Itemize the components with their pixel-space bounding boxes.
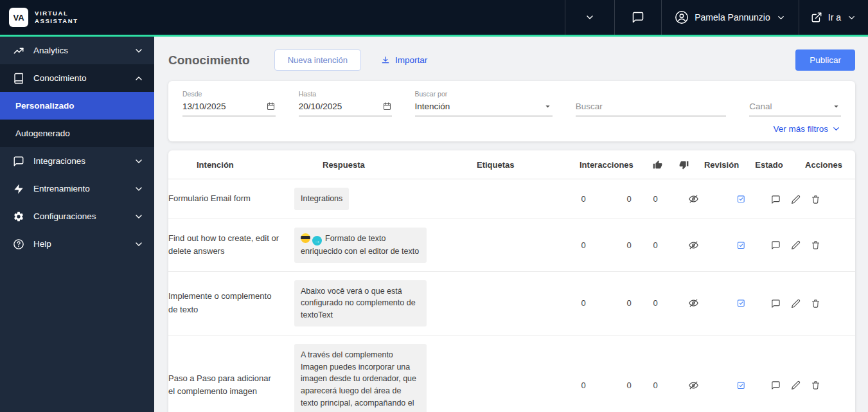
new-intent-button[interactable]: Nueva intención xyxy=(274,49,361,71)
sidebar-item-label: Help xyxy=(33,239,51,249)
sidebar-item-conocimiento[interactable]: Conocimiento xyxy=(0,64,154,92)
likes-count: 0 xyxy=(616,240,642,250)
table-row: Find out how to create, edit or delete a… xyxy=(168,219,855,272)
intent-text: Implemente o complemento de texto xyxy=(168,290,294,316)
delete-action-icon[interactable] xyxy=(811,193,820,204)
likes-count: 0 xyxy=(616,381,642,390)
sidebar-item-analytics[interactable]: Analytics xyxy=(0,37,154,64)
sidebar-item-personalizado[interactable]: Personalizado xyxy=(0,92,154,120)
sidebar-item-label: Entrenamiento xyxy=(33,184,90,193)
sidebar-item-label: Conocimiento xyxy=(33,73,87,83)
search-field[interactable] xyxy=(576,90,726,116)
more-filters-label: Ver más filtros xyxy=(773,124,828,134)
interactions-count: 0 xyxy=(551,298,616,308)
table-row: Implemente o complemento de texto Abaixo… xyxy=(168,272,855,336)
edit-action-icon[interactable] xyxy=(791,193,801,204)
goto-menu[interactable]: Ir a xyxy=(799,0,868,35)
channel-select[interactable]: Canal xyxy=(749,90,841,116)
logo-badge: VA xyxy=(9,8,28,27)
status-check-icon[interactable] xyxy=(718,381,763,390)
chevron-up-icon xyxy=(134,73,144,84)
date-to-field[interactable]: Hasta 20/10/2025 xyxy=(299,90,392,116)
arrow-right-circle-emoji-icon xyxy=(312,236,322,246)
sidebar-item-autogenerado[interactable]: Autogenerado xyxy=(0,120,154,147)
line-chart-icon xyxy=(13,45,24,57)
response-text: Integrations xyxy=(301,194,342,203)
review-eye-off-icon xyxy=(668,240,718,251)
sidebar-item-help[interactable]: Help xyxy=(0,230,154,258)
response-text: Abaixo você verá o que está configurado … xyxy=(301,287,416,320)
topbar-dropdown[interactable] xyxy=(565,0,614,35)
table-row: Paso a Paso para adicionar el complement… xyxy=(168,336,855,412)
dislikes-count: 0 xyxy=(642,240,668,250)
table-header: Intención Respuesta Etiquetas Interaccio… xyxy=(168,150,855,179)
comment-action-icon[interactable] xyxy=(771,379,781,391)
status-check-icon[interactable] xyxy=(718,194,763,204)
status-check-icon[interactable] xyxy=(718,298,763,308)
row-actions xyxy=(763,298,828,309)
channel-placeholder: Canal xyxy=(749,102,772,111)
sidebar-item-configuraciones[interactable]: Configuraciones xyxy=(0,202,154,230)
chevron-down-icon xyxy=(134,46,144,56)
row-actions xyxy=(763,193,828,204)
sidebar-group-conocimiento: Conocimiento Personalizado Autogenerado xyxy=(0,64,154,147)
brand-line2: ASSISTANT xyxy=(35,17,78,25)
search-input[interactable] xyxy=(576,102,726,111)
interactions-count: 0 xyxy=(551,194,616,204)
col-intent: Intención xyxy=(197,160,323,170)
brand-line1: VIRTUAL xyxy=(35,10,78,17)
user-menu[interactable]: Pamela Pannunzio xyxy=(661,0,799,35)
chevron-down-icon xyxy=(831,124,841,134)
chevron-down-icon xyxy=(585,12,595,22)
main-content: Conocimiento Nueva intención Importar Pu… xyxy=(154,37,868,412)
likes-count: 0 xyxy=(616,298,642,308)
edit-action-icon[interactable] xyxy=(791,239,801,251)
dislikes-count: 0 xyxy=(642,298,668,308)
edit-action-icon[interactable] xyxy=(791,298,801,309)
date-from-field[interactable]: Desde 13/10/2025 xyxy=(182,90,276,116)
status-check-icon[interactable] xyxy=(718,240,763,250)
delete-action-icon[interactable] xyxy=(811,298,820,309)
intent-text: Paso a Paso para adicionar el complement… xyxy=(168,372,294,398)
sidebar-item-integraciones[interactable]: Integraciones xyxy=(0,147,154,175)
calendar-icon[interactable] xyxy=(382,102,392,111)
publish-button[interactable]: Publicar xyxy=(795,49,855,71)
topbar-right: Pamela Pannunzio Ir a xyxy=(565,0,868,35)
help-circle-icon xyxy=(13,238,24,250)
import-button[interactable]: Importar xyxy=(380,55,427,66)
review-eye-off-icon xyxy=(668,298,718,309)
intent-text: Formulario Email form xyxy=(168,192,294,205)
search-by-select[interactable]: Buscar por Intención xyxy=(415,90,553,116)
user-avatar-icon xyxy=(675,10,689,24)
book-icon xyxy=(13,73,24,84)
chevron-down-icon xyxy=(134,156,144,166)
date-to-label: Hasta xyxy=(299,90,392,99)
thumb-up-icon xyxy=(644,160,671,170)
app-logo[interactable]: VA VIRTUAL ASSISTANT xyxy=(0,0,78,35)
delete-action-icon[interactable] xyxy=(811,239,820,251)
chat-bubble-icon xyxy=(13,156,24,167)
sidebar-item-label: Configuraciones xyxy=(33,211,96,221)
goto-label: Ir a xyxy=(828,12,841,22)
intent-text: Find out how to create, edit or delete a… xyxy=(168,232,294,258)
sidebar-item-label: Integraciones xyxy=(33,156,85,166)
likes-count: 0 xyxy=(616,194,642,204)
comment-action-icon[interactable] xyxy=(771,239,781,251)
date-to-value: 20/10/2025 xyxy=(299,102,342,111)
topbar: VA VIRTUAL ASSISTANT Pamela Pannunzio Ir… xyxy=(0,0,868,37)
calendar-icon[interactable] xyxy=(266,102,276,111)
sidebar-item-entrenamiento[interactable]: Entrenamiento xyxy=(0,175,154,202)
response-text: A través del complemento Imagen puedes i… xyxy=(301,350,416,412)
topbar-chat-button[interactable] xyxy=(614,0,661,35)
delete-action-icon[interactable] xyxy=(811,379,820,391)
comment-action-icon[interactable] xyxy=(771,298,781,309)
filter-card: Desde 13/10/2025 Hasta 20/10/2025 Buscar… xyxy=(168,81,855,141)
import-label: Importar xyxy=(395,55,427,65)
review-eye-off-icon xyxy=(668,380,718,391)
more-filters-link[interactable]: Ver más filtros xyxy=(182,116,841,134)
dislikes-count: 0 xyxy=(642,194,668,204)
col-review: Revisión xyxy=(696,160,747,170)
comment-action-icon[interactable] xyxy=(771,193,781,204)
thumb-down-icon xyxy=(671,160,696,170)
edit-action-icon[interactable] xyxy=(791,379,801,391)
